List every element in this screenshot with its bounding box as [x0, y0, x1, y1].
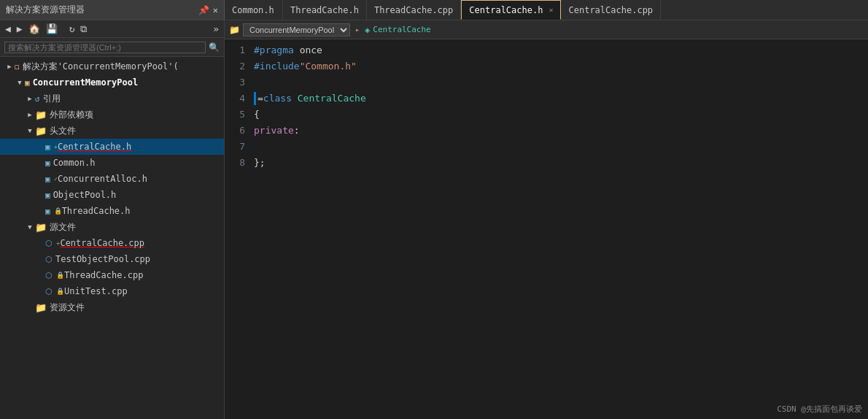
tree-item[interactable]: 📁资源文件: [0, 299, 224, 315]
tab-label-threadcache-cpp: ThreadCache.cpp: [374, 5, 453, 15]
code-line: {: [254, 107, 865, 123]
project-icon: ▣: [25, 78, 30, 88]
nav-project-dropdown[interactable]: ConcurrentMemoryPool: [243, 23, 350, 36]
tree-item-label: ConcurrentMemoryPool: [33, 77, 139, 88]
save-icon[interactable]: 💾: [44, 23, 60, 35]
file-h-icon: ▣: [45, 174, 50, 184]
code-line: =class CentralCache: [254, 91, 865, 107]
tree-item[interactable]: ▣ConcurrentMemoryPool: [0, 74, 224, 91]
file-cpp-icon: ⬡: [45, 287, 53, 296]
pin-icon[interactable]: 📌: [198, 5, 209, 15]
nav-symbol-icon: ◈: [365, 25, 370, 35]
folder-icon: 📁: [35, 222, 47, 233]
tab-label-common-h: Common.h: [232, 5, 274, 15]
code-line: #pragma once: [254, 42, 865, 58]
chevron-open-icon: [15, 79, 25, 86]
tree-item[interactable]: ⬡🔒UnitTest.cpp: [0, 283, 224, 299]
code-line: [254, 74, 865, 91]
folder-icon: 📁: [35, 302, 47, 313]
tree-item[interactable]: ◻解决方案'ConcurrentMemoryPool'(: [0, 58, 224, 74]
chevron-open-icon: [25, 127, 35, 134]
tree-item[interactable]: ▣🔒ThreadCache.h: [0, 203, 224, 219]
tree-item[interactable]: 📁源文件: [0, 219, 224, 235]
tree-item-label: TestObjectPool.cpp: [55, 254, 150, 264]
editor-nav-bar: 📁 ConcurrentMemoryPool ▸ ◈ CentralCache: [225, 20, 868, 39]
tab-centralcache-h[interactable]: CentralCache.h✕: [461, 0, 561, 20]
line-numbers: 12345678: [225, 42, 251, 416]
editor-area: 📁 ConcurrentMemoryPool ▸ ◈ CentralCache …: [225, 20, 868, 419]
file-tree: ◻解决方案'ConcurrentMemoryPool'(▣ConcurrentM…: [0, 57, 224, 419]
ref-icon: ↺: [35, 94, 40, 104]
file-cpp-icon: ⬡: [45, 271, 53, 280]
tree-item-label: ObjectPool.h: [53, 190, 117, 200]
tree-item[interactable]: ⬡+CentralCache.cpp: [0, 235, 224, 251]
search-icon[interactable]: 🔍: [209, 42, 220, 53]
sidebar-title: 解决方案资源管理器: [6, 4, 85, 16]
tab-common-h[interactable]: Common.h: [225, 0, 283, 20]
tab-bar: 解决方案资源管理器 📌 ✕ Common.hThreadCache.hThrea…: [0, 0, 868, 20]
file-h-icon: ▣: [45, 191, 50, 200]
code-view[interactable]: 12345678 #pragma once#include"Common.h" …: [225, 39, 868, 419]
tab-label-centralcache-h: CentralCache.h: [469, 5, 543, 15]
copy-icon[interactable]: ⧉: [78, 23, 89, 36]
file-h-icon: ▣: [45, 207, 50, 216]
tree-item-label: 解决方案'ConcurrentMemoryPool'(: [23, 61, 179, 73]
tree-item[interactable]: ▣+CentralCache.h: [0, 139, 224, 155]
tab-label-threadcache-h: ThreadCache.h: [290, 5, 359, 15]
file-cpp-icon: ⬡: [45, 239, 53, 248]
sidebar: ◀ ▶ 🏠 💾 ↻ ⧉ » 🔍 ◻解决方案'ConcurrentMemoryPo…: [0, 20, 225, 419]
tree-item-label: ThreadCache.h: [62, 206, 131, 216]
home-icon[interactable]: 🏠: [26, 23, 42, 35]
back-icon[interactable]: ◀: [3, 23, 13, 35]
line-number: 6: [229, 123, 245, 139]
tree-item[interactable]: ▣Common.h: [0, 155, 224, 171]
sidebar-toolbar: ◀ ▶ 🏠 💾 ↻ ⧉ »: [0, 20, 224, 38]
nav-arrow: ▸: [355, 26, 360, 34]
tree-item[interactable]: ↺引用: [0, 91, 224, 107]
tree-item-label: CentralCache.h: [58, 142, 131, 152]
chevron-open-icon: [25, 223, 35, 231]
search-input[interactable]: [4, 42, 206, 53]
close-sidebar-icon[interactable]: ✕: [213, 5, 218, 15]
forward-icon[interactable]: ▶: [15, 23, 25, 35]
tree-item-label: ConcurrentAlloc.h: [58, 174, 147, 184]
tree-item-label: UnitTest.cpp: [64, 286, 128, 296]
code-line: [254, 139, 865, 155]
chevron-closed-icon: [25, 95, 35, 102]
tree-item-label: 源文件: [50, 221, 76, 234]
line-number: 1: [229, 42, 245, 58]
tree-item[interactable]: ▣ObjectPool.h: [0, 187, 224, 203]
tree-item-label: Common.h: [53, 158, 96, 168]
nav-project-icon: 📁: [229, 25, 240, 35]
file-h-icon: ▣: [45, 158, 50, 168]
tab-close-centralcache-h[interactable]: ✕: [549, 6, 553, 14]
tree-item-label: CentralCache.cpp: [60, 238, 144, 248]
code-line: private:: [254, 123, 865, 139]
tree-item[interactable]: ▣✓ConcurrentAlloc.h: [0, 171, 224, 187]
tab-threadcache-h[interactable]: ThreadCache.h: [283, 0, 367, 20]
tree-item-label: ThreadCache.cpp: [64, 270, 143, 280]
tree-item[interactable]: ⬡🔒ThreadCache.cpp: [0, 267, 224, 283]
tree-item-label: 外部依赖项: [50, 109, 93, 121]
tree-item[interactable]: 📁头文件: [0, 123, 224, 139]
line-number: 5: [229, 107, 245, 123]
tab-threadcache-cpp[interactable]: ThreadCache.cpp: [367, 0, 461, 20]
line-number: 4: [229, 91, 245, 107]
watermark: CSDN @先搞面包再谈爱: [777, 404, 862, 415]
tree-item-label: 头文件: [50, 125, 76, 137]
tree-item[interactable]: 📁外部依赖项: [0, 107, 224, 123]
tab-centralcache-cpp[interactable]: CentralCache.cpp: [561, 0, 661, 20]
tree-item[interactable]: ⬡TestObjectPool.cpp: [0, 251, 224, 267]
code-content[interactable]: #pragma once#include"Common.h" =class Ce…: [251, 42, 868, 416]
chevron-closed-icon: [25, 111, 35, 118]
tab-label-centralcache-cpp: CentralCache.cpp: [568, 5, 653, 15]
more-icon[interactable]: »: [211, 23, 221, 35]
folder-icon: 📁: [35, 109, 47, 120]
refresh-icon[interactable]: ↻: [67, 23, 77, 35]
sidebar-search: 🔍: [0, 38, 224, 57]
line-number: 3: [229, 74, 245, 91]
tree-item-label: 引用: [43, 93, 61, 105]
line-indicator: [254, 92, 256, 105]
line-number: 7: [229, 139, 245, 155]
code-line: #include"Common.h": [254, 58, 865, 74]
